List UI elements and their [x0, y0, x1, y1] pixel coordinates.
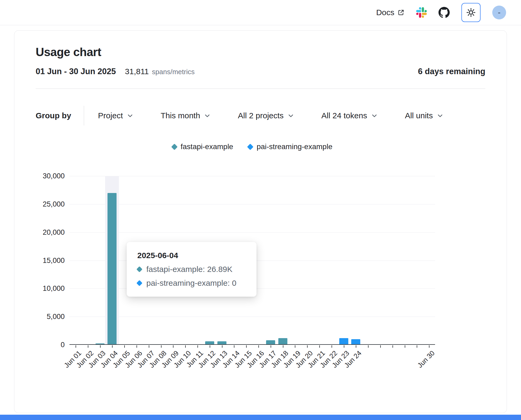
- x-axis-tick: [356, 345, 356, 348]
- tooltip-row-text: fastapi-example: 26.89K: [146, 265, 233, 274]
- x-axis-tick: [88, 345, 88, 348]
- external-link-icon: [398, 9, 404, 16]
- bar-fastapi-example[interactable]: [96, 343, 105, 344]
- docs-label: Docs: [376, 8, 394, 17]
- filter-divider: [84, 106, 84, 125]
- y-tick-label: 15,000: [43, 256, 65, 264]
- days-remaining: 6 days remaining: [418, 67, 485, 76]
- series-diamond-icon: [171, 144, 177, 150]
- y-tick-label: 5,000: [47, 313, 65, 321]
- dropdown-projects[interactable]: All 2 projects: [238, 111, 294, 120]
- y-tick-label: 30,000: [43, 172, 65, 180]
- x-axis-tick: [112, 345, 113, 348]
- plot-area: 2025-06-04 fastapi-example: 26.89Kpai-st…: [69, 176, 435, 345]
- section-divider: [36, 89, 485, 89]
- x-axis-tick: [222, 345, 222, 348]
- sun-icon: [466, 7, 476, 18]
- y-tick-label: 0: [61, 341, 65, 349]
- gridline: [69, 204, 435, 204]
- tooltip-row: pai-streaming-example: 0: [137, 279, 246, 288]
- gridline: [69, 232, 435, 233]
- x-axis-tick: [100, 345, 101, 348]
- tooltip-title: 2025-06-04: [137, 251, 246, 260]
- chart-tooltip: 2025-06-04 fastapi-example: 26.89Kpai-st…: [127, 242, 257, 297]
- dropdown-units[interactable]: All units: [405, 111, 443, 120]
- top-bar: Docs: [0, 0, 521, 25]
- x-axis-tick: [161, 345, 162, 348]
- dropdown-group-by-value: Project: [98, 111, 123, 120]
- x-axis-tick: [332, 345, 332, 348]
- group-by-label: Group by: [36, 111, 71, 120]
- y-tick-label: 20,000: [43, 228, 65, 236]
- usage-meta-row: 01 Jun - 30 Jun 2025 31,811 spans/metric…: [36, 67, 485, 76]
- legend-item[interactable]: fastapi-example: [172, 142, 233, 151]
- x-axis-tick: [380, 345, 381, 348]
- usage-unit: spans/metrics: [152, 68, 195, 76]
- github-icon: [439, 7, 450, 18]
- x-axis-tick: [344, 345, 344, 348]
- x-axis-tick: [149, 345, 149, 348]
- series-diamond-icon: [247, 144, 254, 150]
- legend-label: fastapi-example: [181, 142, 233, 151]
- github-link[interactable]: [439, 7, 450, 18]
- legend-item[interactable]: pai-streaming-example: [248, 142, 332, 151]
- tooltip-rows: fastapi-example: 26.89Kpai-streaming-exa…: [137, 265, 246, 288]
- slack-icon: [416, 7, 427, 18]
- series-diamond-icon: [137, 280, 143, 286]
- dropdown-tokens-value: All 24 tokens: [321, 111, 367, 120]
- bottom-bar: [0, 415, 521, 420]
- usage-count: 31,811: [125, 67, 149, 76]
- theme-toggle-button[interactable]: [461, 3, 481, 22]
- bar-pai-streaming-example[interactable]: [351, 339, 360, 344]
- x-axis-tick: [319, 345, 320, 348]
- gridline: [69, 176, 435, 176]
- x-axis-tick: [307, 345, 308, 348]
- dropdown-time-range[interactable]: This month: [161, 111, 210, 120]
- chart-legend: fastapi-examplepai-streaming-example: [69, 142, 435, 151]
- dropdown-projects-value: All 2 projects: [238, 111, 284, 120]
- y-tick-label: 10,000: [43, 284, 65, 293]
- bar-fastapi-example[interactable]: [266, 340, 275, 344]
- docs-link[interactable]: Docs: [376, 8, 404, 17]
- x-axis-tick: [137, 345, 137, 348]
- dropdown-units-value: All units: [405, 111, 433, 120]
- app-root: Docs: [0, 0, 521, 420]
- x-axis-tick: [283, 345, 283, 348]
- chevron-down-icon: [437, 113, 443, 119]
- chevron-down-icon: [371, 113, 377, 119]
- bar-fastapi-example[interactable]: [278, 338, 287, 344]
- bar-fastapi-example[interactable]: [205, 341, 214, 344]
- x-axis-tick: [234, 345, 234, 348]
- date-range: 01 Jun - 30 Jun 2025: [36, 67, 116, 76]
- bar-fastapi-example[interactable]: [107, 193, 117, 344]
- tooltip-row: fastapi-example: 26.89K: [137, 265, 246, 274]
- avatar-text: -: [498, 8, 501, 17]
- chevron-down-icon: [127, 113, 133, 119]
- x-axis-tick: [76, 345, 76, 348]
- x-axis-tick: [368, 345, 369, 348]
- x-axis-tick: [271, 345, 271, 348]
- page-title: Usage chart: [36, 45, 485, 59]
- bar-pai-streaming-example[interactable]: [339, 338, 348, 344]
- x-axis-tick: [295, 345, 295, 348]
- x-axis-tick: [210, 345, 210, 348]
- dropdown-tokens[interactable]: All 24 tokens: [321, 111, 377, 120]
- x-axis-tick: [258, 345, 259, 348]
- x-axis-tick: [246, 345, 247, 348]
- x-axis-tick: [429, 345, 429, 348]
- x-axis-tick: [197, 345, 198, 348]
- chevron-down-icon: [288, 113, 294, 119]
- legend-label: pai-streaming-example: [257, 142, 332, 151]
- tooltip-row-text: pai-streaming-example: 0: [146, 279, 236, 288]
- dropdown-time-range-value: This month: [161, 111, 200, 120]
- avatar[interactable]: -: [492, 6, 506, 19]
- dropdown-group-by[interactable]: Project: [98, 111, 133, 120]
- bar-fastapi-example[interactable]: [217, 341, 226, 344]
- chevron-down-icon: [204, 113, 210, 119]
- usage-chart: 2025-06-04 fastapi-example: 26.89Kpai-st…: [36, 170, 485, 385]
- x-axis-tick: [417, 345, 417, 348]
- series-diamond-icon: [137, 266, 143, 272]
- slack-link[interactable]: [416, 7, 427, 18]
- x-axis-tick: [405, 345, 405, 348]
- usage-card: Usage chart 01 Jun - 30 Jun 2025 31,811 …: [14, 30, 507, 413]
